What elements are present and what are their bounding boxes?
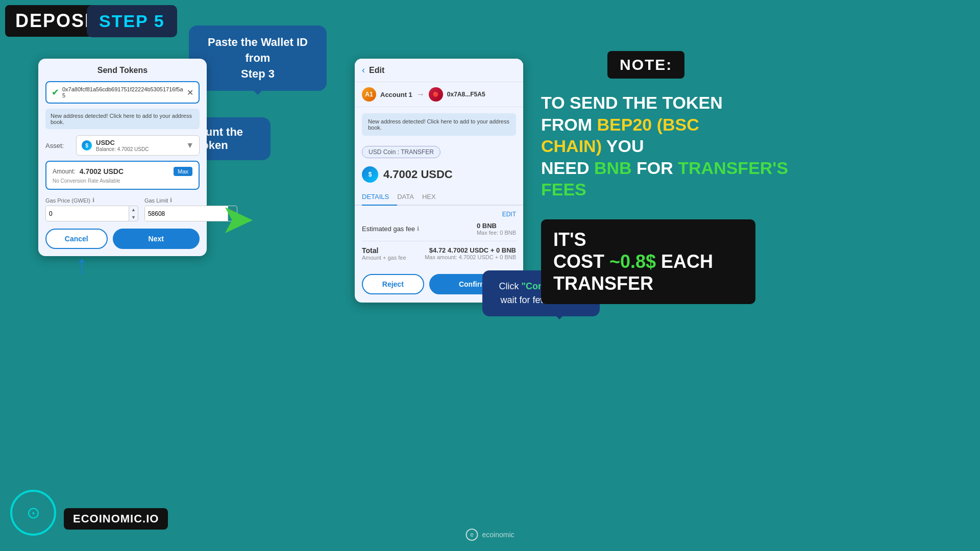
asset-row: Asset: $ USDC Balance: 4.7002 USDC ▼ xyxy=(45,135,200,156)
footer-brand: e ecoinomic xyxy=(465,529,514,541)
target-account-address: 0x7A8...F5A5 xyxy=(447,91,485,98)
amount-row: Amount: 4.7002 USDC Max xyxy=(53,167,192,176)
gas-price-label: Gas Price (GWEI) ℹ xyxy=(45,197,138,204)
max-amount: Max amount: 4.7002 USDC + 0 BNB xyxy=(425,254,516,260)
tooltip-paste-step: Step 3 xyxy=(241,67,275,80)
total-sub: Amount + gas fee xyxy=(362,255,406,261)
token-amount: 4.7002 USDC xyxy=(383,168,453,181)
cost-box: IT'S COST ~0.8$ EACH TRANSFER xyxy=(541,219,755,304)
note-badge: NOTE: xyxy=(607,51,684,79)
bep20-highlight: BEP20 (BSC CHAIN) xyxy=(541,115,699,156)
asset-name: USDC xyxy=(96,139,149,146)
divider xyxy=(362,241,516,241)
check-icon: ✔ xyxy=(52,87,59,98)
amount-value: 4.7002 USDC xyxy=(80,167,174,176)
gas-fee-label: Estimated gas fee ℹ xyxy=(362,222,419,236)
note-text-block: TO SEND THE TOKEN FROM BEP20 (BSC CHAIN)… xyxy=(541,92,755,201)
token-icon: $ xyxy=(362,166,378,183)
token-amount-row: $ 4.7002 USDC xyxy=(355,162,523,189)
logo-icon: ⊙ xyxy=(27,503,40,522)
amount-label: Amount: xyxy=(53,168,76,175)
send-tokens-title: Send Tokens xyxy=(45,66,200,75)
info-icon2: ℹ xyxy=(170,197,172,204)
asset-label: Asset: xyxy=(45,142,76,149)
step-badge: STEP 5 xyxy=(87,5,177,37)
reject-button[interactable]: Reject xyxy=(362,274,424,294)
info-icon: ℹ xyxy=(92,197,94,204)
send-tokens-card: Send Tokens ✔ 0x7a80fcf81a56cdb691751f22… xyxy=(38,59,207,256)
new-address-notice: New address detected! Click here to add … xyxy=(362,113,516,136)
next-button[interactable]: Next xyxy=(113,229,200,249)
details-section: EDIT Estimated gas fee ℹ 0 BNB Max fee: … xyxy=(355,206,523,266)
total-label: Total xyxy=(362,246,406,255)
cost-highlight: ~0.8$ xyxy=(609,251,656,272)
tab-details[interactable]: DETAILS xyxy=(362,189,397,206)
gas-price-input-row: ▲▼ xyxy=(45,206,138,221)
card-right-header: ‹ Edit xyxy=(355,59,523,82)
wallet-address-row: ✔ 0x7a80fcf81a56cdb691751f22224b53051716… xyxy=(45,81,200,104)
max-fee-row: Max fee: 0 BNB xyxy=(477,230,516,236)
gas-price-col: Gas Price (GWEI) ℹ ▲▼ xyxy=(45,197,138,221)
transfer-arrow-icon: → xyxy=(416,90,425,99)
footer-brand-text: ecoinomic xyxy=(482,531,514,539)
transfer-fees-highlight: TRANSFER'S FEES xyxy=(541,158,788,199)
edit-confirm-card: ‹ Edit A1 Account 1 → 🔴 0x7A8...F5A5 New… xyxy=(355,59,523,303)
address-notice: New address detected! Click here to add … xyxy=(45,109,200,129)
account-row: A1 Account 1 → 🔴 0x7A8...F5A5 xyxy=(355,82,523,107)
gas-price-input[interactable] xyxy=(46,206,129,221)
tab-row: DETAILS DATA HEX xyxy=(355,189,523,206)
logo-text: ECOINOMIC.IO xyxy=(64,508,168,530)
asset-balance: Balance: 4.7002 USDC xyxy=(96,146,149,152)
token-badge: USD Coin : TRANSFER xyxy=(362,146,440,158)
gas-fee-row: Estimated gas fee ℹ 0 BNB Max fee: 0 BNB xyxy=(362,222,516,236)
asset-select[interactable]: $ USDC Balance: 4.7002 USDC ▼ xyxy=(76,135,200,156)
left-card-buttons: Cancel Next xyxy=(45,229,200,249)
gas-fee-value: 0 BNB xyxy=(477,222,516,230)
edit-title: Edit xyxy=(369,66,384,75)
gas-limit-input[interactable] xyxy=(145,206,228,221)
right-arrow-icon: ➤ xyxy=(222,199,252,241)
tooltip-paste-text: Paste the Wallet ID from xyxy=(208,36,308,64)
gas-row: Gas Price (GWEI) ℹ ▲▼ Gas Limit ℹ ▲▼ xyxy=(45,197,200,221)
account-icon: A1 xyxy=(362,87,376,102)
total-row: Total Amount + gas fee $4.72 4.7002 USDC… xyxy=(362,246,516,261)
tab-hex[interactable]: HEX xyxy=(422,189,444,205)
logo-circle: ⊙ xyxy=(10,490,56,536)
gas-price-spinner[interactable]: ▲▼ xyxy=(129,206,138,221)
bnb-highlight: BNB xyxy=(594,158,632,178)
target-account-icon: 🔴 xyxy=(429,87,443,102)
edit-link[interactable]: EDIT xyxy=(362,211,516,218)
back-button[interactable]: ‹ xyxy=(362,65,365,76)
total-value: $4.72 4.7002 USDC + 0 BNB xyxy=(425,246,516,254)
conversion-rate: No Conversion Rate Available xyxy=(53,178,192,184)
chevron-down-icon: ▼ xyxy=(186,141,194,150)
cancel-button[interactable]: Cancel xyxy=(45,229,108,249)
up-arrow-icon: ↑ xyxy=(76,250,88,280)
footer-icon: e xyxy=(465,529,478,541)
wallet-address-text: 0x7a80fcf81a56cdb691751f22224b53051716f5… xyxy=(62,86,184,98)
tab-data[interactable]: DATA xyxy=(397,189,422,205)
account-name: Account 1 xyxy=(380,91,412,98)
amount-box: Amount: 4.7002 USDC Max No Conversion Ra… xyxy=(45,161,200,190)
max-button[interactable]: Max xyxy=(174,167,192,176)
info-icon3: ℹ xyxy=(417,226,419,232)
clear-address-button[interactable]: ✕ xyxy=(187,88,193,97)
tooltip-paste-wallet: Paste the Wallet ID from Step 3 xyxy=(189,26,327,91)
asset-icon: $ xyxy=(82,140,92,151)
